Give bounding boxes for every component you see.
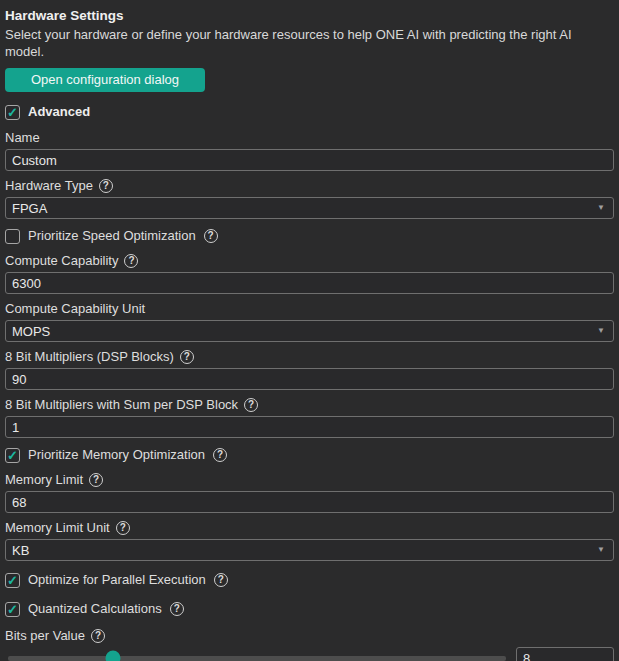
compute-capability-label: Compute Capability: [5, 253, 118, 269]
hardware-type-label: Hardware Type: [5, 178, 93, 194]
name-label: Name: [5, 130, 40, 146]
hardware-type-label-row: Hardware Type ?: [5, 178, 614, 194]
multipliers-8bit-input[interactable]: [5, 368, 614, 390]
advanced-checkbox-row[interactable]: Advanced: [5, 104, 614, 120]
slider-handle[interactable]: [105, 651, 120, 661]
prioritize-memory-label: Prioritize Memory Optimization: [28, 447, 205, 463]
bits-per-value-input[interactable]: [516, 647, 614, 661]
help-icon[interactable]: ?: [214, 573, 228, 587]
help-icon[interactable]: ?: [213, 448, 227, 462]
advanced-checkbox[interactable]: [5, 105, 20, 120]
prioritize-speed-row[interactable]: Prioritize Speed Optimization ?: [5, 228, 614, 244]
quantized-calculations-label: Quantized Calculations: [28, 601, 162, 617]
multipliers-8bit-sum-label-row: 8 Bit Multipliers with Sum per DSP Block…: [5, 397, 614, 413]
prioritize-memory-row[interactable]: Prioritize Memory Optimization ?: [5, 447, 614, 463]
optimize-parallel-row[interactable]: Optimize for Parallel Execution ?: [5, 572, 614, 588]
memory-limit-input[interactable]: [5, 491, 614, 513]
prioritize-speed-label: Prioritize Speed Optimization: [28, 228, 196, 244]
multipliers-8bit-sum-input[interactable]: [5, 416, 614, 438]
help-icon[interactable]: ?: [180, 350, 194, 364]
memory-limit-unit-value: KB: [12, 543, 29, 558]
compute-capability-input[interactable]: [5, 272, 614, 294]
bits-per-value-slider-row: [5, 647, 614, 661]
description: Select your hardware or define your hard…: [5, 26, 614, 60]
help-icon[interactable]: ?: [204, 229, 218, 243]
help-icon[interactable]: ?: [99, 179, 113, 193]
optimize-parallel-label: Optimize for Parallel Execution: [28, 572, 206, 588]
chevron-down-icon: ▼: [597, 546, 605, 554]
multipliers-8bit-label-row: 8 Bit Multipliers (DSP Blocks) ?: [5, 349, 614, 365]
memory-limit-unit-label-row: Memory Limit Unit ?: [5, 520, 614, 536]
multipliers-8bit-sum-label: 8 Bit Multipliers with Sum per DSP Block: [5, 397, 238, 413]
help-icon[interactable]: ?: [244, 398, 258, 412]
quantized-calculations-row[interactable]: Quantized Calculations ?: [5, 601, 614, 617]
name-label-row: Name: [5, 130, 614, 146]
optimize-parallel-checkbox[interactable]: [5, 573, 20, 588]
help-icon[interactable]: ?: [116, 521, 130, 535]
multipliers-8bit-label: 8 Bit Multipliers (DSP Blocks): [5, 349, 174, 365]
memory-limit-label-row: Memory Limit ?: [5, 472, 614, 488]
hardware-settings-panel: Hardware Settings Select your hardware o…: [0, 0, 619, 661]
compute-capability-unit-value: MOPS: [12, 324, 50, 339]
memory-limit-unit-label: Memory Limit Unit: [5, 520, 110, 536]
help-icon[interactable]: ?: [91, 629, 105, 643]
quantized-calculations-checkbox[interactable]: [5, 602, 20, 617]
bits-per-value-label: Bits per Value: [5, 628, 85, 644]
compute-capability-label-row: Compute Capability ?: [5, 253, 614, 269]
page-title: Hardware Settings: [5, 8, 614, 24]
help-icon[interactable]: ?: [124, 254, 138, 268]
compute-capability-unit-label-row: Compute Capability Unit: [5, 301, 614, 317]
advanced-label: Advanced: [28, 104, 90, 120]
bits-per-value-label-row: Bits per Value ?: [5, 628, 614, 644]
hardware-type-value: FPGA: [12, 201, 47, 216]
compute-capability-unit-label: Compute Capability Unit: [5, 301, 145, 317]
help-icon[interactable]: ?: [89, 473, 103, 487]
compute-capability-unit-select[interactable]: MOPS ▼: [5, 320, 614, 342]
chevron-down-icon: ▼: [597, 204, 605, 212]
open-configuration-dialog-button[interactable]: Open configuration dialog: [5, 68, 205, 92]
memory-limit-label: Memory Limit: [5, 472, 83, 488]
chevron-down-icon: ▼: [597, 327, 605, 335]
bits-per-value-slider[interactable]: [8, 656, 506, 661]
prioritize-speed-checkbox[interactable]: [5, 229, 20, 244]
help-icon[interactable]: ?: [170, 602, 184, 616]
prioritize-memory-checkbox[interactable]: [5, 448, 20, 463]
memory-limit-unit-select[interactable]: KB ▼: [5, 539, 614, 561]
name-input[interactable]: [5, 149, 614, 171]
hardware-type-select[interactable]: FPGA ▼: [5, 197, 614, 219]
